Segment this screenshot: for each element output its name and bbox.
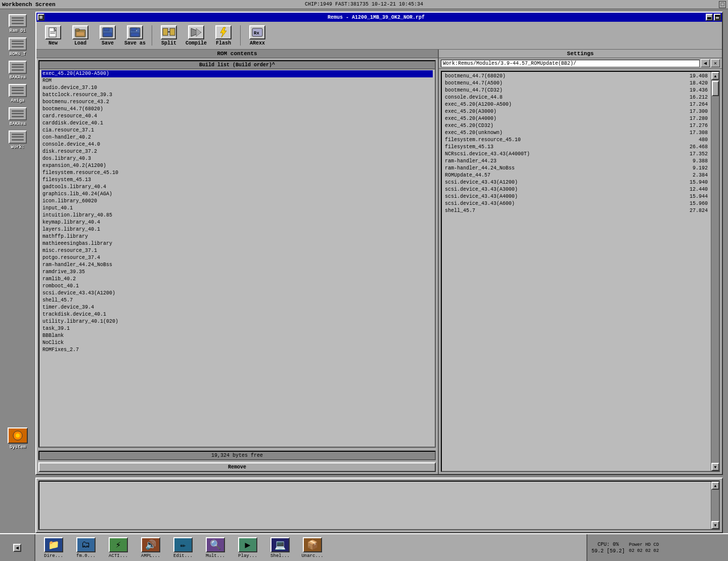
taskbar-app-7[interactable]: 💻Shel...: [265, 537, 295, 558]
build-list-item[interactable]: shell_45.7: [41, 297, 433, 304]
scroll-down-btn[interactable]: ▼: [711, 463, 719, 471]
build-list-item[interactable]: potgo.resource_37.4: [41, 254, 433, 262]
build-list-item[interactable]: gadtools.library_40.4: [41, 184, 433, 191]
file-list-item[interactable]: bootmenu_44.7(A500)18.420: [444, 80, 709, 87]
drive-icon-roms[interactable]: ROMs_T: [9, 37, 27, 57]
build-list-item[interactable]: task_39.1: [41, 325, 433, 332]
build-list-item[interactable]: input_40.1: [41, 205, 433, 212]
build-list-item[interactable]: icon.library_60020: [41, 198, 433, 205]
drive-icon-work[interactable]: Work:: [9, 131, 27, 150]
new-button[interactable]: New: [40, 24, 66, 47]
build-list-item[interactable]: card.resource_40.4: [41, 113, 433, 120]
file-list-item[interactable]: ram-handler_44.24_NoBss9.192: [444, 165, 709, 172]
scroll-thumb[interactable]: [712, 81, 719, 96]
file-list-item[interactable]: scsi.device_43.43(A600)15.960: [444, 200, 709, 207]
window-maximize-btn[interactable]: [714, 14, 721, 21]
drive-icon-amiga[interactable]: Amiga: [9, 84, 27, 103]
drive-icon-ramdi[interactable]: Ram Di: [9, 14, 27, 33]
build-list-item[interactable]: bootmenu_44.7(68020): [41, 106, 433, 113]
window-close-btn[interactable]: [37, 14, 44, 21]
file-list-item[interactable]: scsi.device_43.43(A1200)15.940: [444, 179, 709, 186]
load-button[interactable]: Load: [68, 24, 93, 47]
build-list-item[interactable]: bootmenu.resource_43.2: [41, 99, 433, 106]
build-list-item[interactable]: carddisk.device_40.1: [41, 120, 433, 127]
build-list-item[interactable]: audio.device_37.10: [41, 84, 433, 92]
file-list-item[interactable]: ram-handler_44.239.388: [444, 158, 709, 165]
drive-icon-bakrea2[interactable]: BAKRea: [9, 107, 27, 126]
file-list-item[interactable]: scsi.device_43.43(A3000)12.440: [444, 186, 709, 193]
file-list-item[interactable]: NCRscsi.device_43.43(A4000T)17.352: [444, 151, 709, 158]
taskbar-app-3[interactable]: 🔊AMPL...: [135, 537, 166, 558]
file-list-item[interactable]: exec_45.20(A4000)17.280: [444, 115, 709, 122]
file-list-item[interactable]: console.device_44.816.212: [444, 94, 709, 101]
compile-button[interactable]: Compile: [184, 24, 209, 47]
taskbar-app-6[interactable]: ▶Play...: [233, 537, 263, 558]
taskbar-app-5[interactable]: 🔍Mult...: [200, 537, 231, 558]
build-list-item[interactable]: keymap.library_40.4: [41, 219, 433, 226]
build-list-item[interactable]: exec_45.20(A1200-A500): [41, 70, 433, 77]
build-list-item[interactable]: ram-handler_44.24_NoBss: [41, 262, 433, 269]
build-list-item[interactable]: battclock.resource_39.3: [41, 92, 433, 99]
build-list-item[interactable]: graphics.lib_40.24(AGA): [41, 191, 433, 198]
bottom-scroll-up[interactable]: ▲: [711, 482, 719, 490]
taskbar-app-8[interactable]: 📦Unarc...: [297, 537, 328, 558]
file-list-item[interactable]: ROMUpdate_44.572.384: [444, 172, 709, 179]
build-list-item[interactable]: mathffp.library: [41, 233, 433, 240]
scroll-up-btn[interactable]: ▲: [711, 72, 719, 80]
build-list-item[interactable]: cia.resource_37.1: [41, 127, 433, 134]
flash-button[interactable]: Flash: [211, 24, 236, 47]
taskbar-arrow[interactable]: ◀: [13, 544, 21, 552]
build-list-item[interactable]: disk.resource_37.2: [41, 148, 433, 155]
file-list-item[interactable]: exec_45.20(A1200-A500)17.264: [444, 101, 709, 108]
window-minimize-btn[interactable]: [706, 14, 713, 21]
bottom-scroll-down[interactable]: ▼: [711, 521, 719, 529]
path-input[interactable]: [441, 60, 700, 67]
build-list-item[interactable]: ramlib_40.2: [41, 276, 433, 283]
build-list-item[interactable]: console.device_44.0: [41, 141, 433, 148]
file-list-item[interactable]: shell_45.727.824: [444, 207, 709, 214]
build-list-item[interactable]: dos.library_40.3: [41, 155, 433, 162]
build-list-item[interactable]: NoClick: [41, 339, 433, 347]
file-list-item[interactable]: filesystem.resource_45.10480: [444, 137, 709, 144]
build-list-item[interactable]: utility.library_40.1(020): [41, 318, 433, 325]
build-list-item[interactable]: ROM: [41, 77, 433, 84]
build-list-content[interactable]: exec_45.20(A1200-A500)ROMaudio.device_37…: [39, 69, 435, 445]
build-list-item[interactable]: intuition.library_40.85: [41, 212, 433, 219]
file-list-item[interactable]: exec_45.20(unknown)17.308: [444, 130, 709, 137]
taskbar-app-2[interactable]: ⚡ACTI...: [103, 537, 133, 558]
file-list-item[interactable]: exec_45.20(CD32)17.276: [444, 122, 709, 130]
remove-button[interactable]: Remove: [38, 462, 436, 472]
file-list-item[interactable]: bootmenu_44.7(CD32)19.436: [444, 87, 709, 94]
build-list-item[interactable]: mathieeesingbas.library: [41, 240, 433, 247]
path-close-btn[interactable]: ✕: [711, 59, 720, 67]
build-list-item[interactable]: con-handler_40.2: [41, 134, 433, 141]
build-list-item[interactable]: trackdisk.device_40.1: [41, 311, 433, 318]
build-list-item[interactable]: romboot_40.1: [41, 283, 433, 290]
save-as-button[interactable]: * Save as: [122, 24, 148, 47]
drive-icon-bakrea1[interactable]: BAKRea: [9, 61, 27, 80]
wb-maximize-btn[interactable]: □: [719, 1, 726, 8]
build-list-item[interactable]: filesystem.resource_45.10: [41, 169, 433, 177]
build-list-item[interactable]: layers.library_40.1: [41, 226, 433, 233]
taskbar-app-0[interactable]: 📁Dire...: [38, 537, 69, 558]
build-list-item[interactable]: timer.device_39.4: [41, 304, 433, 311]
system-icon[interactable]: System: [8, 427, 28, 450]
split-button[interactable]: Split: [156, 24, 181, 47]
file-list-item[interactable]: bootmenu_44.7(68020)19.408: [444, 73, 709, 80]
build-list-item[interactable]: BBBlank: [41, 332, 433, 339]
build-list-item[interactable]: ROMFixes_2.7: [41, 347, 433, 354]
taskbar-app-4[interactable]: ✏️Edit...: [168, 537, 198, 558]
arexx-button[interactable]: Rx ARexx: [245, 24, 270, 47]
file-list-scroll[interactable]: bootmenu_44.7(68020)19.408bootmenu_44.7(…: [442, 72, 719, 471]
save-button[interactable]: Save: [95, 24, 120, 47]
taskbar-app-1[interactable]: 🗂fm.0...: [71, 537, 101, 558]
file-list-item[interactable]: scsi.device_43.43(A4000)15.944: [444, 193, 709, 200]
path-up-btn[interactable]: ◀: [701, 59, 710, 67]
build-list-item[interactable]: expansion_40.2(A1200): [41, 162, 433, 169]
build-list-item[interactable]: ramdrive_39.35: [41, 269, 433, 276]
file-list-item[interactable]: filesystem_45.1326.468: [444, 144, 709, 151]
build-list-item[interactable]: scsi.device_43.43(A1200): [41, 290, 433, 297]
build-list-item[interactable]: misc.resource_37.1: [41, 247, 433, 254]
build-list-item[interactable]: filesystem_45.13: [41, 177, 433, 184]
file-list-item[interactable]: exec_45.20(A3000)17.300: [444, 108, 709, 115]
